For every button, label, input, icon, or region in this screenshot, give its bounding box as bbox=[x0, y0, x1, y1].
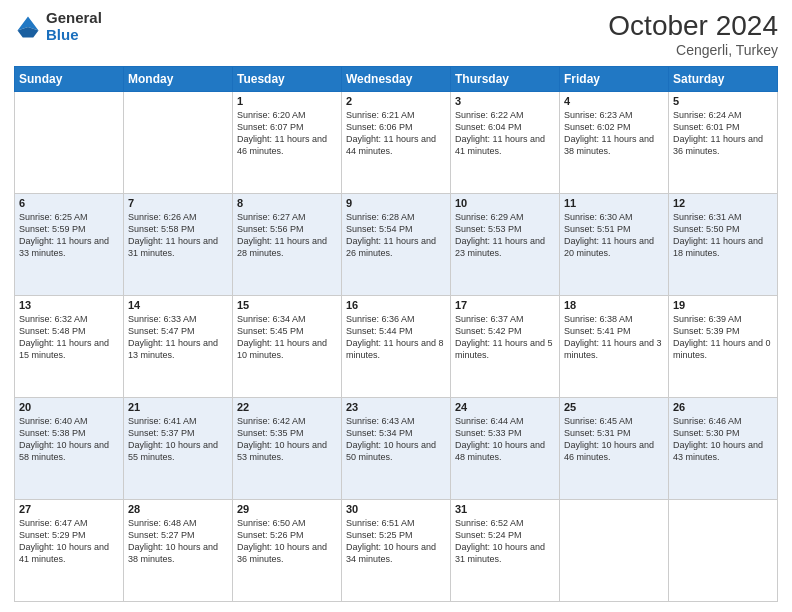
day-number: 6 bbox=[19, 197, 119, 209]
calendar-cell bbox=[560, 500, 669, 602]
calendar-cell: 26Sunrise: 6:46 AMSunset: 5:30 PMDayligh… bbox=[669, 398, 778, 500]
week-row-5: 27Sunrise: 6:47 AMSunset: 5:29 PMDayligh… bbox=[15, 500, 778, 602]
day-number: 27 bbox=[19, 503, 119, 515]
day-number: 9 bbox=[346, 197, 446, 209]
day-info: Sunrise: 6:27 AMSunset: 5:56 PMDaylight:… bbox=[237, 211, 337, 260]
day-info: Sunrise: 6:32 AMSunset: 5:48 PMDaylight:… bbox=[19, 313, 119, 362]
calendar-cell: 3Sunrise: 6:22 AMSunset: 6:04 PMDaylight… bbox=[451, 92, 560, 194]
calendar-cell: 18Sunrise: 6:38 AMSunset: 5:41 PMDayligh… bbox=[560, 296, 669, 398]
day-number: 25 bbox=[564, 401, 664, 413]
day-info: Sunrise: 6:21 AMSunset: 6:06 PMDaylight:… bbox=[346, 109, 446, 158]
day-number: 17 bbox=[455, 299, 555, 311]
day-info: Sunrise: 6:43 AMSunset: 5:34 PMDaylight:… bbox=[346, 415, 446, 464]
day-number: 10 bbox=[455, 197, 555, 209]
day-number: 1 bbox=[237, 95, 337, 107]
day-info: Sunrise: 6:46 AMSunset: 5:30 PMDaylight:… bbox=[673, 415, 773, 464]
calendar-cell: 15Sunrise: 6:34 AMSunset: 5:45 PMDayligh… bbox=[233, 296, 342, 398]
calendar-cell: 4Sunrise: 6:23 AMSunset: 6:02 PMDaylight… bbox=[560, 92, 669, 194]
calendar-cell: 1Sunrise: 6:20 AMSunset: 6:07 PMDaylight… bbox=[233, 92, 342, 194]
day-number: 18 bbox=[564, 299, 664, 311]
week-row-2: 6Sunrise: 6:25 AMSunset: 5:59 PMDaylight… bbox=[15, 194, 778, 296]
day-number: 7 bbox=[128, 197, 228, 209]
day-number: 23 bbox=[346, 401, 446, 413]
day-info: Sunrise: 6:39 AMSunset: 5:39 PMDaylight:… bbox=[673, 313, 773, 362]
day-number: 20 bbox=[19, 401, 119, 413]
calendar-cell bbox=[124, 92, 233, 194]
day-info: Sunrise: 6:24 AMSunset: 6:01 PMDaylight:… bbox=[673, 109, 773, 158]
day-info: Sunrise: 6:22 AMSunset: 6:04 PMDaylight:… bbox=[455, 109, 555, 158]
calendar-header-row: SundayMondayTuesdayWednesdayThursdayFrid… bbox=[15, 67, 778, 92]
calendar-cell: 30Sunrise: 6:51 AMSunset: 5:25 PMDayligh… bbox=[342, 500, 451, 602]
logo-general-text: General bbox=[46, 10, 102, 27]
day-info: Sunrise: 6:48 AMSunset: 5:27 PMDaylight:… bbox=[128, 517, 228, 566]
logo-blue-text: Blue bbox=[46, 27, 102, 44]
day-number: 29 bbox=[237, 503, 337, 515]
location: Cengerli, Turkey bbox=[608, 42, 778, 58]
day-info: Sunrise: 6:41 AMSunset: 5:37 PMDaylight:… bbox=[128, 415, 228, 464]
week-row-4: 20Sunrise: 6:40 AMSunset: 5:38 PMDayligh… bbox=[15, 398, 778, 500]
day-number: 2 bbox=[346, 95, 446, 107]
calendar-cell: 9Sunrise: 6:28 AMSunset: 5:54 PMDaylight… bbox=[342, 194, 451, 296]
calendar-cell: 13Sunrise: 6:32 AMSunset: 5:48 PMDayligh… bbox=[15, 296, 124, 398]
day-number: 22 bbox=[237, 401, 337, 413]
day-number: 30 bbox=[346, 503, 446, 515]
calendar-cell: 28Sunrise: 6:48 AMSunset: 5:27 PMDayligh… bbox=[124, 500, 233, 602]
calendar-cell: 19Sunrise: 6:39 AMSunset: 5:39 PMDayligh… bbox=[669, 296, 778, 398]
day-header-tuesday: Tuesday bbox=[233, 67, 342, 92]
calendar: SundayMondayTuesdayWednesdayThursdayFrid… bbox=[14, 66, 778, 602]
day-number: 12 bbox=[673, 197, 773, 209]
calendar-cell: 8Sunrise: 6:27 AMSunset: 5:56 PMDaylight… bbox=[233, 194, 342, 296]
day-number: 5 bbox=[673, 95, 773, 107]
calendar-cell: 10Sunrise: 6:29 AMSunset: 5:53 PMDayligh… bbox=[451, 194, 560, 296]
day-number: 11 bbox=[564, 197, 664, 209]
day-info: Sunrise: 6:42 AMSunset: 5:35 PMDaylight:… bbox=[237, 415, 337, 464]
calendar-cell bbox=[15, 92, 124, 194]
day-info: Sunrise: 6:25 AMSunset: 5:59 PMDaylight:… bbox=[19, 211, 119, 260]
day-info: Sunrise: 6:23 AMSunset: 6:02 PMDaylight:… bbox=[564, 109, 664, 158]
day-info: Sunrise: 6:37 AMSunset: 5:42 PMDaylight:… bbox=[455, 313, 555, 362]
calendar-cell: 24Sunrise: 6:44 AMSunset: 5:33 PMDayligh… bbox=[451, 398, 560, 500]
day-info: Sunrise: 6:52 AMSunset: 5:24 PMDaylight:… bbox=[455, 517, 555, 566]
logo-icon bbox=[14, 13, 42, 41]
day-number: 19 bbox=[673, 299, 773, 311]
calendar-cell: 12Sunrise: 6:31 AMSunset: 5:50 PMDayligh… bbox=[669, 194, 778, 296]
calendar-cell: 25Sunrise: 6:45 AMSunset: 5:31 PMDayligh… bbox=[560, 398, 669, 500]
calendar-cell: 6Sunrise: 6:25 AMSunset: 5:59 PMDaylight… bbox=[15, 194, 124, 296]
day-info: Sunrise: 6:40 AMSunset: 5:38 PMDaylight:… bbox=[19, 415, 119, 464]
day-header-monday: Monday bbox=[124, 67, 233, 92]
day-number: 3 bbox=[455, 95, 555, 107]
day-header-wednesday: Wednesday bbox=[342, 67, 451, 92]
day-header-friday: Friday bbox=[560, 67, 669, 92]
day-number: 24 bbox=[455, 401, 555, 413]
calendar-cell: 20Sunrise: 6:40 AMSunset: 5:38 PMDayligh… bbox=[15, 398, 124, 500]
calendar-cell: 27Sunrise: 6:47 AMSunset: 5:29 PMDayligh… bbox=[15, 500, 124, 602]
calendar-cell: 17Sunrise: 6:37 AMSunset: 5:42 PMDayligh… bbox=[451, 296, 560, 398]
day-number: 31 bbox=[455, 503, 555, 515]
day-number: 4 bbox=[564, 95, 664, 107]
day-info: Sunrise: 6:44 AMSunset: 5:33 PMDaylight:… bbox=[455, 415, 555, 464]
day-number: 26 bbox=[673, 401, 773, 413]
day-header-thursday: Thursday bbox=[451, 67, 560, 92]
title-block: October 2024 Cengerli, Turkey bbox=[608, 10, 778, 58]
day-info: Sunrise: 6:28 AMSunset: 5:54 PMDaylight:… bbox=[346, 211, 446, 260]
day-info: Sunrise: 6:36 AMSunset: 5:44 PMDaylight:… bbox=[346, 313, 446, 362]
calendar-cell: 22Sunrise: 6:42 AMSunset: 5:35 PMDayligh… bbox=[233, 398, 342, 500]
day-number: 8 bbox=[237, 197, 337, 209]
calendar-cell: 5Sunrise: 6:24 AMSunset: 6:01 PMDaylight… bbox=[669, 92, 778, 194]
logo: General Blue bbox=[14, 10, 102, 43]
calendar-cell: 21Sunrise: 6:41 AMSunset: 5:37 PMDayligh… bbox=[124, 398, 233, 500]
calendar-cell bbox=[669, 500, 778, 602]
calendar-cell: 16Sunrise: 6:36 AMSunset: 5:44 PMDayligh… bbox=[342, 296, 451, 398]
day-info: Sunrise: 6:34 AMSunset: 5:45 PMDaylight:… bbox=[237, 313, 337, 362]
day-info: Sunrise: 6:47 AMSunset: 5:29 PMDaylight:… bbox=[19, 517, 119, 566]
day-number: 13 bbox=[19, 299, 119, 311]
day-number: 21 bbox=[128, 401, 228, 413]
calendar-cell: 31Sunrise: 6:52 AMSunset: 5:24 PMDayligh… bbox=[451, 500, 560, 602]
day-number: 14 bbox=[128, 299, 228, 311]
day-info: Sunrise: 6:20 AMSunset: 6:07 PMDaylight:… bbox=[237, 109, 337, 158]
calendar-cell: 29Sunrise: 6:50 AMSunset: 5:26 PMDayligh… bbox=[233, 500, 342, 602]
week-row-3: 13Sunrise: 6:32 AMSunset: 5:48 PMDayligh… bbox=[15, 296, 778, 398]
calendar-cell: 23Sunrise: 6:43 AMSunset: 5:34 PMDayligh… bbox=[342, 398, 451, 500]
day-header-sunday: Sunday bbox=[15, 67, 124, 92]
calendar-cell: 2Sunrise: 6:21 AMSunset: 6:06 PMDaylight… bbox=[342, 92, 451, 194]
